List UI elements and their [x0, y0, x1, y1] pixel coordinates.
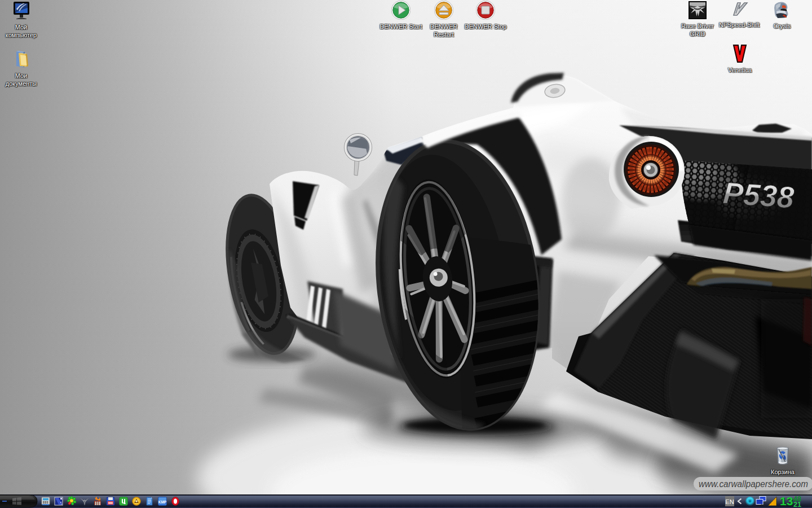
svg-text:13: 13 — [780, 494, 793, 507]
svg-text:P538: P538 — [722, 176, 795, 214]
svg-text:EN: EN — [725, 498, 734, 505]
svg-text:21: 21 — [793, 501, 801, 508]
svg-text:www.carwallpapershere.com: www.carwallpapershere.com — [699, 479, 808, 489]
svg-text:KMP: KMP — [158, 500, 167, 504]
